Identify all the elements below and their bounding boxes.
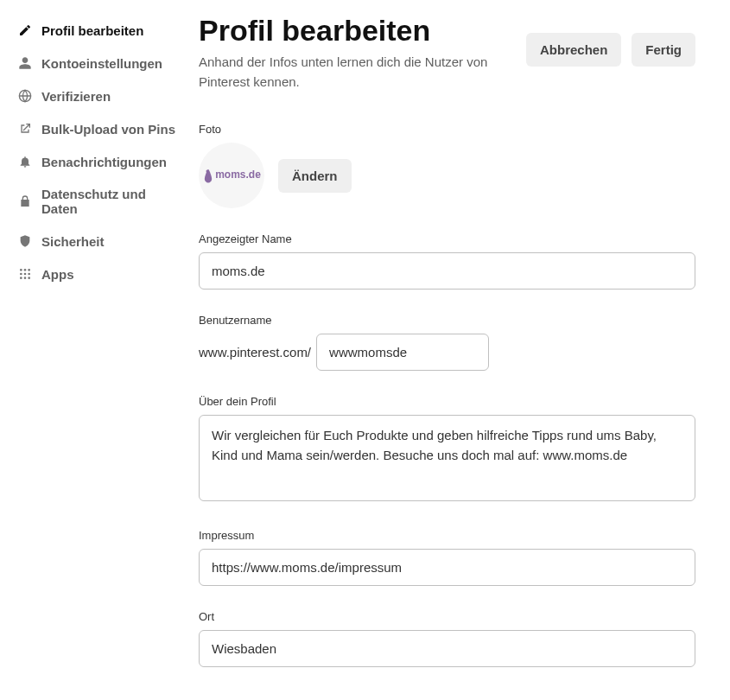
svg-point-8 <box>24 277 27 279</box>
upload-icon <box>17 121 33 137</box>
location-label: Ort <box>199 610 695 623</box>
impressum-label: Impressum <box>199 529 695 542</box>
change-photo-button[interactable]: Ändern <box>278 159 352 193</box>
page-title: Profil bearbeiten <box>199 14 526 48</box>
page-subtitle: Anhand der Infos unten lernen dich die N… <box>199 53 526 92</box>
sidebar-item-notifications[interactable]: Benachrichtigungen <box>17 145 181 178</box>
sidebar-item-privacy[interactable]: Datenschutz und Daten <box>17 178 181 225</box>
svg-point-4 <box>20 273 22 276</box>
impressum-input[interactable] <box>199 549 695 586</box>
bell-icon <box>17 154 33 169</box>
photo-label: Foto <box>199 123 695 136</box>
settings-sidebar: Profil bearbeiten Kontoeinstellungen Ver… <box>17 14 181 691</box>
svg-point-9 <box>28 277 30 279</box>
svg-point-6 <box>28 273 30 276</box>
sidebar-item-label: Kontoeinstellungen <box>41 56 162 71</box>
svg-point-10 <box>206 170 209 173</box>
main-content: Profil bearbeiten Anhand der Infos unten… <box>181 14 713 691</box>
avatar: moms.de <box>199 143 264 208</box>
about-label: Über dein Profil <box>199 395 695 408</box>
location-input[interactable] <box>199 630 695 667</box>
sidebar-item-label: Sicherheit <box>41 234 105 249</box>
person-icon <box>17 55 33 71</box>
sidebar-item-bulk-upload[interactable]: Bulk-Upload von Pins <box>17 112 181 145</box>
cancel-button[interactable]: Abbrechen <box>526 33 621 67</box>
sidebar-item-label: Profil bearbeiten <box>41 23 143 38</box>
done-button[interactable]: Fertig <box>632 33 695 67</box>
sidebar-item-edit-profile[interactable]: Profil bearbeiten <box>17 14 181 47</box>
username-label: Benutzername <box>199 314 695 327</box>
about-textarea[interactable] <box>199 415 695 501</box>
grid-icon <box>17 266 33 282</box>
sidebar-item-apps[interactable]: Apps <box>17 258 181 290</box>
sidebar-item-label: Verifizieren <box>41 89 111 104</box>
sidebar-item-label: Bulk-Upload von Pins <box>41 122 175 137</box>
svg-point-5 <box>24 273 27 276</box>
globe-icon <box>17 88 33 104</box>
lock-icon <box>17 194 33 209</box>
sidebar-item-account-settings[interactable]: Kontoeinstellungen <box>17 47 181 80</box>
svg-point-2 <box>24 269 27 271</box>
sidebar-item-label: Datenschutz und Daten <box>41 187 181 216</box>
sidebar-item-verify[interactable]: Verifizieren <box>17 80 181 112</box>
sidebar-item-label: Benachrichtigungen <box>41 155 167 169</box>
shield-icon <box>17 233 33 249</box>
display-name-label: Angezeigter Name <box>199 232 695 245</box>
username-prefix: www.pinterest.com/ <box>199 345 311 360</box>
sidebar-item-label: Apps <box>41 267 74 282</box>
svg-point-3 <box>28 269 30 271</box>
avatar-text: moms.de <box>202 168 261 183</box>
sidebar-item-security[interactable]: Sicherheit <box>17 225 181 258</box>
display-name-input[interactable] <box>199 252 695 290</box>
svg-point-1 <box>20 269 22 271</box>
svg-point-7 <box>20 277 22 279</box>
username-input[interactable] <box>316 334 489 371</box>
pencil-icon <box>17 22 33 38</box>
